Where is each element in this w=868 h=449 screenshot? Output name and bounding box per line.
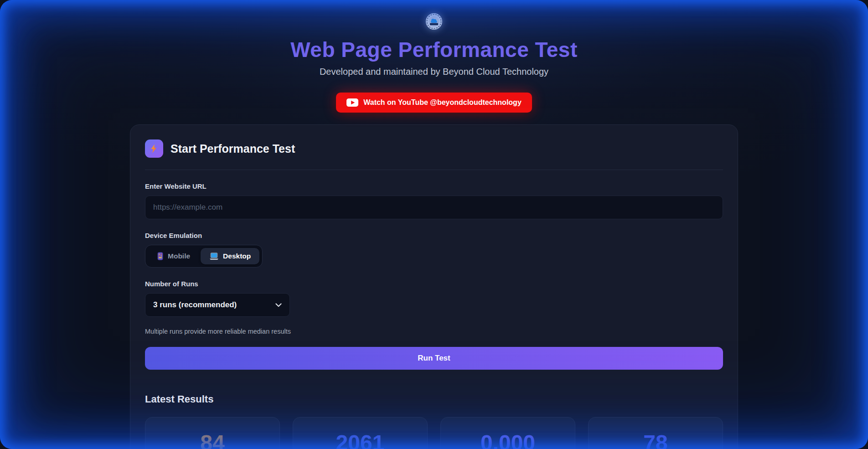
device-toggle-group: Mobile Desktop bbox=[145, 245, 263, 268]
result-value: 0.000 bbox=[480, 432, 535, 449]
result-card: 78 bbox=[588, 417, 723, 449]
results-grid: 84 2061 0.000 78 bbox=[145, 417, 723, 449]
device-option-desktop-label: Desktop bbox=[223, 252, 251, 260]
runs-form-group: Number of Runs 3 runs (recommended) Mult… bbox=[145, 280, 723, 335]
page-title: Web Page Performance Test bbox=[0, 37, 868, 62]
result-card: 0.000 bbox=[440, 417, 575, 449]
card-title: Start Performance Test bbox=[170, 142, 295, 155]
device-form-group: Device Emulation Mobile bbox=[145, 232, 723, 268]
beyond-cloud-logo-icon bbox=[425, 13, 443, 30]
result-value: 84 bbox=[200, 432, 224, 449]
watch-on-youtube-label: Watch on YouTube @beyondcloudtechnology bbox=[363, 98, 522, 107]
device-option-desktop[interactable]: Desktop bbox=[201, 248, 259, 264]
runs-selected-value: 3 runs (recommended) bbox=[153, 300, 237, 310]
card-header: Start Performance Test bbox=[145, 139, 723, 170]
url-label: Enter Website URL bbox=[145, 182, 723, 190]
run-test-button[interactable]: Run Test bbox=[145, 347, 723, 370]
result-value: 78 bbox=[643, 432, 667, 449]
chevron-down-icon bbox=[275, 303, 282, 307]
number-of-runs-label: Number of Runs bbox=[145, 280, 723, 288]
latest-results-heading: Latest Results bbox=[145, 393, 723, 405]
device-emulation-label: Device Emulation bbox=[145, 232, 723, 239]
result-card: 84 bbox=[145, 417, 280, 449]
page-subtitle: Developed and maintained by Beyond Cloud… bbox=[0, 67, 868, 77]
watch-on-youtube-button[interactable]: Watch on YouTube @beyondcloudtechnology bbox=[336, 93, 532, 113]
url-form-group: Enter Website URL bbox=[145, 182, 723, 219]
website-url-input[interactable] bbox=[145, 196, 723, 219]
page-header: Web Page Performance Test Developed and … bbox=[0, 0, 868, 113]
device-option-mobile-label: Mobile bbox=[168, 252, 190, 260]
runs-helper-text: Multiple runs provide more reliable medi… bbox=[145, 328, 723, 335]
result-card: 2061 bbox=[293, 417, 428, 449]
page-root: Web Page Performance Test Developed and … bbox=[0, 0, 868, 449]
mobile-phone-icon bbox=[157, 252, 164, 260]
lightning-bolt-icon bbox=[145, 139, 163, 158]
laptop-icon bbox=[209, 253, 219, 260]
result-value: 2061 bbox=[336, 432, 385, 449]
runs-select[interactable]: 3 runs (recommended) bbox=[145, 293, 290, 317]
device-option-mobile[interactable]: Mobile bbox=[148, 248, 199, 264]
performance-test-card: Start Performance Test Enter Website URL… bbox=[130, 124, 738, 449]
youtube-play-icon bbox=[346, 98, 358, 107]
